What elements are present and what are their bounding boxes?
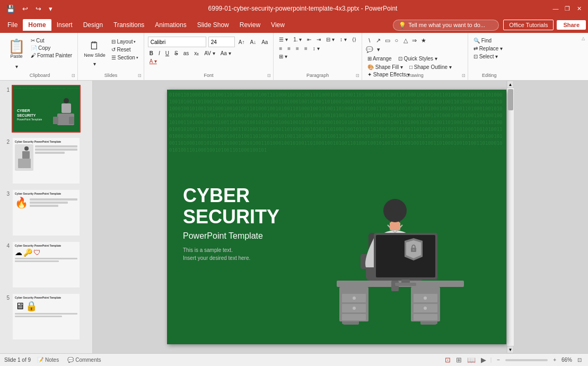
new-slide-dropdown[interactable]: ▾ — [91, 60, 98, 67]
line-spacing-btn[interactable]: ↕ ▾ — [311, 45, 322, 52]
menu-review[interactable]: Review — [234, 19, 266, 31]
collapse-ribbon-btn[interactable]: △ — [581, 35, 586, 42]
replace-btn[interactable]: ⇄ Replace ▾ — [471, 45, 505, 52]
font-color-btn[interactable]: A ▾ — [147, 58, 159, 65]
strikethrough-btn[interactable]: S — [172, 50, 180, 57]
align-left-btn[interactable]: ≡ — [277, 45, 284, 52]
clipboard-expand-icon[interactable]: ⊡ — [72, 73, 75, 78]
save-btn[interactable]: 💾 — [4, 4, 17, 14]
shape-callout-btn[interactable]: 💬 — [365, 45, 374, 54]
align-right-btn[interactable]: ≡ — [294, 45, 301, 52]
quick-styles-btn[interactable]: ⊡ Quick Styles ▾ — [396, 55, 440, 62]
reading-view-btn[interactable]: 📖 — [466, 355, 477, 365]
center-btn[interactable]: ≡ — [285, 45, 293, 52]
fit-slide-btn[interactable]: ⊡ — [575, 356, 584, 364]
select-btn[interactable]: ⊡ Select ▾ — [471, 53, 505, 60]
customize-btn[interactable]: ▾ — [47, 4, 55, 14]
slide-thumb-3[interactable]: 3 Cyber Security PowerPoint Template 🔥 — [3, 189, 89, 237]
slide-thumb-2[interactable]: 2 Cyber Security PowerPoint Template — [3, 137, 89, 185]
shape-rtarrow-btn[interactable]: ⇒ — [410, 36, 419, 45]
zoom-out-btn[interactable]: − — [495, 356, 502, 364]
scroll-down-btn[interactable]: ▼ — [507, 346, 514, 353]
shape-more-btn[interactable]: ▾ — [374, 45, 383, 54]
redo-btn[interactable]: ↪ — [33, 4, 43, 14]
numbering-btn[interactable]: 1. ▾ — [291, 36, 304, 43]
paste-dropdown[interactable]: ▾ — [13, 63, 20, 70]
slide-text-area[interactable]: CYBERSECURITY PowerPoint Template This i… — [183, 185, 279, 262]
layout-btn[interactable]: ⊟ Layout ▾ — [109, 38, 141, 45]
paste-btn[interactable]: 📋 Paste — [5, 35, 28, 63]
smartart-btn[interactable]: ⟨⟩ — [350, 36, 358, 43]
subscript-btn[interactable]: x₂ — [192, 50, 201, 57]
increase-indent-btn[interactable]: ⇥ — [314, 36, 323, 43]
reset-btn[interactable]: ↺ Reset — [109, 46, 141, 53]
bold-btn[interactable]: B — [147, 50, 155, 57]
font-case-btn[interactable]: Aa ▾ — [218, 50, 233, 57]
increase-font-btn[interactable]: A↑ — [236, 39, 247, 46]
slide-thumbnail-5[interactable]: Cyber Security PowerPoint Template 🖥 🔒 — [12, 293, 81, 341]
menu-transitions[interactable]: Transitions — [108, 19, 150, 31]
format-painter-btn[interactable]: 🖌 Format Painter — [29, 52, 74, 59]
find-btn[interactable]: 🔍 Find — [471, 37, 505, 44]
italic-btn[interactable]: I — [156, 50, 162, 57]
normal-view-btn[interactable]: ⊡ — [444, 355, 452, 365]
shape-fill-btn[interactable]: 🎨 Shape Fill ▾ — [365, 64, 405, 71]
close-btn[interactable]: ✕ — [574, 4, 584, 13]
undo-btn[interactable]: ↩ — [20, 4, 30, 14]
scroll-thumb[interactable] — [508, 89, 513, 110]
slide-thumbnail-4[interactable]: Cyber Security PowerPoint Template ☁ 🔑 🛡 — [12, 241, 81, 289]
shape-triangle-btn[interactable]: △ — [401, 36, 410, 45]
decrease-indent-btn[interactable]: ⇤ — [305, 36, 313, 43]
slide-sorter-btn[interactable]: ⊞ — [455, 355, 463, 365]
slide-thumbnail-1[interactable]: 0101001010110100010010100110100010010100… — [12, 85, 81, 133]
notes-btn[interactable]: 📝 Notes — [35, 356, 61, 364]
menu-home[interactable]: Home — [23, 19, 51, 31]
underline-btn[interactable]: U — [163, 50, 171, 57]
columns-btn[interactable]: ⊟ ▾ — [324, 36, 337, 43]
vertical-scrollbar[interactable]: ▲ ▼ — [506, 81, 514, 353]
shape-oval-btn[interactable]: ○ — [392, 36, 401, 45]
drawing-expand-icon[interactable]: ⊡ — [462, 73, 466, 78]
help-search[interactable]: 💡 Tell me what you want to do... — [393, 20, 499, 31]
shape-arrow-btn[interactable]: ↗ — [374, 36, 383, 45]
slides-expand-icon[interactable]: ⊡ — [138, 73, 142, 78]
justify-btn[interactable]: ≡ — [302, 45, 310, 52]
new-slide-btn[interactable]: 🗒 New Slide — [81, 37, 108, 60]
slide-canvas[interactable]: 0100110100010010100110100010010100110100… — [167, 90, 506, 344]
scroll-up-btn[interactable]: ▲ — [507, 81, 514, 88]
slideshow-btn[interactable]: ▶ — [480, 355, 487, 365]
shape-line-btn[interactable]: \ — [365, 36, 374, 45]
paragraph-expand-icon[interactable]: ⊡ — [356, 73, 359, 78]
text-direction-btn[interactable]: ↕ ▾ — [338, 36, 349, 43]
slide-thumbnail-3[interactable]: Cyber Security PowerPoint Template 🔥 — [12, 189, 81, 237]
maximize-btn[interactable]: ❐ — [563, 4, 572, 13]
slide-thumb-5[interactable]: 5 Cyber Security PowerPoint Template 🖥 🔒 — [3, 293, 89, 341]
decrease-font-btn[interactable]: A↓ — [248, 39, 258, 46]
clear-format-btn[interactable]: Aa — [259, 39, 270, 46]
zoom-in-btn[interactable]: + — [551, 356, 558, 364]
font-name-box[interactable]: Calibri — [148, 37, 206, 47]
menu-design[interactable]: Design — [78, 19, 108, 31]
shape-outline-btn[interactable]: □ Shape Outline ▾ — [407, 64, 454, 71]
arrange-btn[interactable]: ⊞ Arrange — [365, 55, 394, 62]
menu-animations[interactable]: Animations — [150, 19, 191, 31]
cut-btn[interactable]: ✂ Cut — [29, 37, 74, 44]
section-btn[interactable]: ☰ Section ▾ — [109, 54, 141, 61]
share-btn[interactable]: Share — [557, 20, 586, 30]
para-spacing-btn[interactable]: ⊞ ▾ — [277, 53, 289, 60]
slide-thumb-1[interactable]: 1 01010010101101000100101001101000100101… — [3, 85, 89, 133]
menu-insert[interactable]: Insert — [51, 19, 78, 31]
comments-btn[interactable]: 💬 Comments — [65, 356, 103, 364]
font-size-box[interactable]: 24 — [208, 37, 235, 47]
font-expand-icon[interactable]: ⊡ — [267, 73, 271, 78]
menu-slideshow[interactable]: Slide Show — [192, 19, 234, 31]
minimize-btn[interactable]: — — [551, 4, 560, 13]
copy-btn[interactable]: 📄 Copy — [29, 45, 74, 51]
bullets-btn[interactable]: ☰ ▾ — [277, 36, 290, 43]
slide-thumbnail-2[interactable]: Cyber Security PowerPoint Template — [12, 137, 81, 185]
shape-star-btn[interactable]: ★ — [419, 36, 428, 45]
shadow-btn[interactable]: as — [181, 50, 191, 57]
slide-thumb-4[interactable]: 4 Cyber Security PowerPoint Template ☁ 🔑… — [3, 241, 89, 289]
shape-rect-btn[interactable]: ▭ — [383, 36, 392, 45]
menu-file[interactable]: File — [2, 19, 23, 31]
